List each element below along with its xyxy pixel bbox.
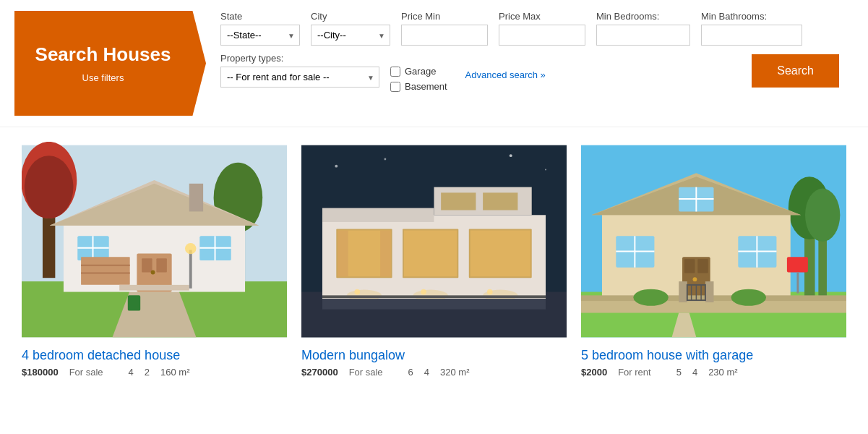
bedrooms-label: Min Bedrooms: bbox=[596, 11, 690, 22]
svg-rect-54 bbox=[441, 192, 476, 210]
listing-area-3: 230 m² bbox=[708, 367, 737, 378]
svg-rect-75 bbox=[684, 259, 695, 273]
listing-status-3: For rent bbox=[618, 367, 651, 378]
svg-point-5 bbox=[25, 156, 74, 218]
listing-meta-1: $180000 For sale 4 2 160 m² bbox=[22, 367, 287, 378]
garage-checkbox[interactable] bbox=[390, 67, 400, 77]
svg-rect-22 bbox=[81, 257, 130, 285]
svg-rect-81 bbox=[705, 281, 714, 302]
svg-rect-26 bbox=[128, 295, 140, 310]
listing-baths-1: 2 bbox=[145, 367, 150, 378]
search-button[interactable]: Search bbox=[752, 54, 839, 88]
garage-checkbox-item: Garage bbox=[390, 66, 447, 77]
state-select[interactable]: --State-- bbox=[220, 25, 300, 46]
svg-rect-55 bbox=[483, 192, 517, 210]
bathrooms-filter: Min Bathrooms: bbox=[701, 11, 802, 46]
svg-rect-52 bbox=[322, 295, 546, 298]
svg-point-87 bbox=[633, 289, 668, 306]
svg-point-32 bbox=[510, 154, 512, 157]
listing-title-1[interactable]: 4 bedroom detached house bbox=[22, 348, 287, 363]
listing-card-3: 5 bedroom house with garage $2000 For re… bbox=[574, 142, 854, 378]
listing-meta-2: $270000 For sale 6 4 320 m² bbox=[301, 367, 567, 378]
svg-point-48 bbox=[354, 289, 360, 295]
basement-checkbox[interactable] bbox=[390, 82, 400, 92]
listing-price-1: $180000 bbox=[22, 367, 59, 378]
listing-price-3: $2000 bbox=[581, 367, 607, 378]
listing-area-1: 160 m² bbox=[160, 367, 189, 378]
listing-title-3[interactable]: 5 bedroom house with garage bbox=[581, 348, 846, 363]
advanced-search-area: Advanced search » bbox=[465, 53, 546, 80]
price-max-filter: Price Max bbox=[499, 11, 585, 46]
listing-baths-2: 4 bbox=[424, 367, 429, 378]
price-max-label: Price Max bbox=[499, 11, 585, 22]
property-type-select-wrapper: -- For rent and for sale -- bbox=[220, 67, 379, 88]
svg-rect-25 bbox=[119, 285, 189, 291]
search-button-area: Search bbox=[752, 53, 839, 88]
advanced-search-link[interactable]: Advanced search » bbox=[465, 69, 546, 80]
svg-rect-27 bbox=[189, 250, 192, 289]
garage-label: Garage bbox=[405, 66, 436, 77]
svg-rect-43 bbox=[338, 231, 348, 277]
svg-point-61 bbox=[805, 189, 840, 242]
bathrooms-label: Min Bathrooms: bbox=[701, 11, 802, 22]
listing-baths-3: 4 bbox=[692, 367, 697, 378]
hero-subtitle: Use filters bbox=[82, 72, 124, 83]
svg-rect-14 bbox=[156, 258, 166, 272]
listing-beds-1: 4 bbox=[129, 367, 134, 378]
property-type-label: Property types: bbox=[220, 53, 379, 64]
listing-area-2: 320 m² bbox=[440, 367, 469, 378]
listing-card-2: Modern bungalow $270000 For sale 6 4 320… bbox=[294, 142, 574, 378]
listing-status-1: For sale bbox=[69, 367, 103, 378]
basement-checkbox-item: Basement bbox=[390, 81, 447, 92]
search-hero: Search Houses Use filters bbox=[14, 11, 206, 116]
price-min-label: Price Min bbox=[401, 11, 488, 22]
svg-rect-13 bbox=[142, 258, 152, 272]
svg-point-88 bbox=[731, 289, 766, 306]
listing-status-2: For sale bbox=[349, 367, 383, 378]
svg-point-49 bbox=[421, 289, 426, 295]
bedrooms-filter: Min Bedrooms: bbox=[596, 11, 690, 46]
svg-point-77 bbox=[693, 277, 697, 281]
basement-label: Basement bbox=[405, 81, 447, 92]
svg-rect-11 bbox=[189, 184, 203, 212]
city-filter: City --City-- bbox=[311, 11, 390, 46]
svg-point-28 bbox=[185, 243, 196, 254]
city-label: City bbox=[311, 11, 390, 22]
listing-card-1: 4 bedroom detached house $180000 For sal… bbox=[14, 142, 294, 378]
svg-point-30 bbox=[335, 165, 338, 168]
state-select-wrapper: --State-- bbox=[220, 25, 300, 46]
svg-point-15 bbox=[151, 271, 155, 275]
svg-rect-44 bbox=[380, 231, 390, 277]
city-select[interactable]: --City-- bbox=[311, 25, 390, 46]
city-select-wrapper: --City-- bbox=[311, 25, 390, 46]
listing-meta-3: $2000 For rent 5 4 230 m² bbox=[581, 367, 846, 378]
svg-rect-80 bbox=[679, 281, 687, 302]
svg-point-31 bbox=[384, 158, 386, 161]
state-label: State bbox=[220, 11, 300, 22]
listing-beds-2: 6 bbox=[408, 367, 413, 378]
bedrooms-input[interactable] bbox=[596, 25, 690, 46]
listings-area: 4 bedroom detached house $180000 For sal… bbox=[0, 127, 868, 392]
svg-point-50 bbox=[487, 289, 493, 295]
checkboxes-group: Garage Basement bbox=[390, 53, 447, 92]
filters-area: State --State-- City --City-- bbox=[206, 11, 854, 92]
search-area: Search Houses Use filters State --State-… bbox=[0, 0, 868, 127]
state-filter: State --State-- bbox=[220, 11, 300, 46]
svg-point-33 bbox=[545, 169, 546, 171]
listing-title-2[interactable]: Modern bungalow bbox=[301, 348, 567, 363]
svg-rect-36 bbox=[322, 208, 434, 222]
svg-rect-42 bbox=[470, 231, 530, 277]
property-type-filter: Property types: -- For rent and for sale… bbox=[220, 53, 379, 88]
hero-title: Search Houses bbox=[35, 43, 171, 66]
price-max-input[interactable] bbox=[499, 25, 585, 46]
svg-rect-89 bbox=[787, 257, 808, 272]
listing-price-2: $270000 bbox=[301, 367, 338, 378]
property-type-select[interactable]: -- For rent and for sale -- bbox=[220, 67, 379, 88]
bathrooms-input[interactable] bbox=[701, 25, 802, 46]
listing-image-3 bbox=[581, 142, 846, 341]
price-min-input[interactable] bbox=[401, 25, 488, 46]
listing-beds-3: 5 bbox=[676, 367, 682, 378]
listing-image-1 bbox=[22, 142, 287, 341]
listing-image-2 bbox=[301, 142, 567, 341]
svg-rect-51 bbox=[322, 299, 546, 309]
